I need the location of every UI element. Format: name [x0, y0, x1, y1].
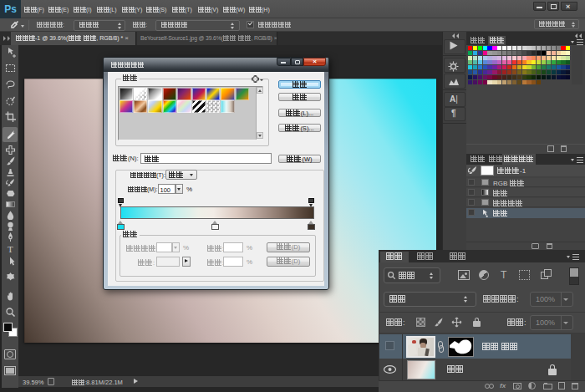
svg-text:T: T [8, 244, 13, 254]
